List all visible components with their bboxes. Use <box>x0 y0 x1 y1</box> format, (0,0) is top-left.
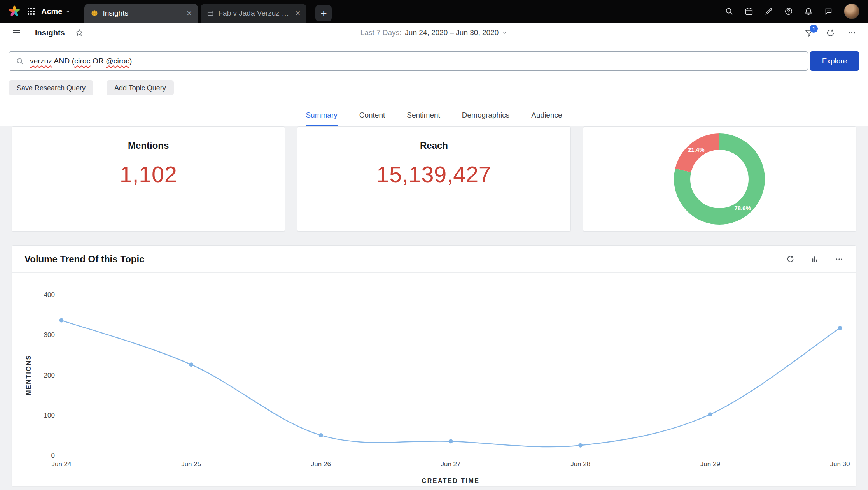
refresh-icon[interactable] <box>786 255 794 263</box>
new-tab-button[interactable]: + <box>315 5 332 21</box>
tab-label: Insights <box>103 9 182 18</box>
volume-trend-header: Volume Trend Of this Topic <box>12 246 856 273</box>
tab-label: Fab v Jada Verzuz Battl <box>218 9 291 18</box>
globe-icon <box>91 9 98 17</box>
calendar-icon[interactable] <box>745 7 753 16</box>
svg-text:CREATED TIME: CREATED TIME <box>422 478 480 484</box>
svg-text:78.6%: 78.6% <box>735 205 751 211</box>
bell-icon[interactable] <box>804 7 813 16</box>
tab-fab-v-jada-verzuz-battle[interactable]: Fab v Jada Verzuz Battl × <box>201 4 306 23</box>
reach-value: 15,139,427 <box>298 161 570 187</box>
menu-icon[interactable] <box>12 28 21 37</box>
more-options-icon[interactable] <box>835 255 844 263</box>
svg-text:Jun 27: Jun 27 <box>441 460 460 468</box>
query-actions: Save Research Query Add Topic Query <box>9 80 868 95</box>
mentions-card: Mentions 1,102 <box>12 126 285 232</box>
close-icon[interactable]: × <box>295 9 300 18</box>
refresh-icon[interactable] <box>826 28 835 37</box>
filter-badge: 1 <box>810 25 818 33</box>
save-research-query-button[interactable]: Save Research Query <box>9 80 93 95</box>
filter-icon[interactable]: 1 <box>805 28 814 37</box>
avatar[interactable] <box>844 4 859 19</box>
search-query-text: verzuz AND (ciroc OR @ciroc) <box>30 57 132 65</box>
svg-text:100: 100 <box>44 412 55 419</box>
section-tabs: Summary Content Sentiment Demographics A… <box>0 105 868 126</box>
chat-icon[interactable] <box>824 7 833 16</box>
search-input[interactable]: verzuz AND (ciroc OR @ciroc) <box>9 51 808 71</box>
star-icon[interactable] <box>75 28 84 37</box>
workspace-switcher[interactable]: Acme <box>41 7 70 16</box>
explore-button[interactable]: Explore <box>810 51 859 71</box>
date-range-label: Last 7 Days: <box>360 28 402 37</box>
more-options-icon[interactable] <box>847 28 856 37</box>
page-toolbar: Insights Last 7 Days: Jun 24, 2020 – Jun… <box>0 23 868 43</box>
volume-line-chart: 0100200300400Jun 24Jun 25Jun 26Jun 27Jun… <box>12 273 855 486</box>
sentiment-donut: 78.6%21.4% <box>673 132 766 226</box>
svg-text:Jun 24: Jun 24 <box>51 460 71 468</box>
svg-text:400: 400 <box>44 291 55 299</box>
dashboard-icon <box>207 10 214 17</box>
mentions-title: Mentions <box>12 140 285 151</box>
brand-logo-icon[interactable] <box>9 5 20 17</box>
date-range-value: Jun 24, 2020 – Jun 30, 2020 <box>405 28 499 37</box>
svg-text:MENTIONS: MENTIONS <box>25 355 32 395</box>
svg-text:Jun 28: Jun 28 <box>570 460 590 468</box>
volume-trend-title: Volume Trend Of this Topic <box>24 254 144 265</box>
global-actions <box>725 4 859 19</box>
top-bar: Acme Insights × Fab v Jada Verzuz Battl … <box>0 0 868 23</box>
main-content: Mentions 1,102 Reach 15,139,427 78.6%21.… <box>0 126 868 490</box>
reach-card: Reach 15,139,427 <box>297 126 570 232</box>
tab-summary[interactable]: Summary <box>306 105 337 126</box>
svg-text:Jun 29: Jun 29 <box>700 460 720 468</box>
tab-demographics[interactable]: Demographics <box>462 105 510 126</box>
workspace-name: Acme <box>41 7 62 16</box>
mentions-value: 1,102 <box>12 161 285 187</box>
svg-text:Jun 26: Jun 26 <box>311 460 331 468</box>
bar-chart-icon[interactable] <box>811 255 819 263</box>
page-title: Insights <box>35 28 65 37</box>
search-icon[interactable] <box>725 7 733 16</box>
svg-text:200: 200 <box>44 372 55 379</box>
close-icon[interactable]: × <box>187 9 192 18</box>
workspace-tabs: Insights × Fab v Jada Verzuz Battl × + <box>84 4 332 23</box>
reach-title: Reach <box>298 140 570 151</box>
svg-text:0: 0 <box>51 452 55 459</box>
add-topic-query-button[interactable]: Add Topic Query <box>107 80 174 95</box>
svg-text:Jun 30: Jun 30 <box>830 460 850 468</box>
query-bar: verzuz AND (ciroc OR @ciroc) Explore <box>9 51 859 71</box>
sentiment-donut-card: 78.6%21.4% <box>583 126 856 232</box>
chevron-down-icon <box>65 9 70 14</box>
summary-cards: Mentions 1,102 Reach 15,139,427 78.6%21.… <box>12 126 856 232</box>
search-icon <box>16 57 24 65</box>
svg-text:21.4%: 21.4% <box>688 146 705 153</box>
date-range-selector[interactable]: Last 7 Days: Jun 24, 2020 – Jun 30, 2020 <box>360 28 508 37</box>
tab-content[interactable]: Content <box>359 105 385 126</box>
tab-insights[interactable]: Insights × <box>84 4 198 23</box>
app-launcher-icon[interactable] <box>27 7 35 15</box>
widget-actions <box>786 255 844 263</box>
chevron-down-icon <box>502 30 508 35</box>
tab-sentiment[interactable]: Sentiment <box>407 105 440 126</box>
volume-trend-card: Volume Trend Of this Topic 0100200300400… <box>12 245 856 486</box>
compose-icon[interactable] <box>765 7 773 16</box>
help-icon[interactable] <box>784 7 793 16</box>
tab-audience[interactable]: Audience <box>531 105 562 126</box>
svg-text:300: 300 <box>44 331 55 339</box>
toolbar-actions: 1 <box>805 28 856 37</box>
svg-text:Jun 25: Jun 25 <box>181 460 201 468</box>
